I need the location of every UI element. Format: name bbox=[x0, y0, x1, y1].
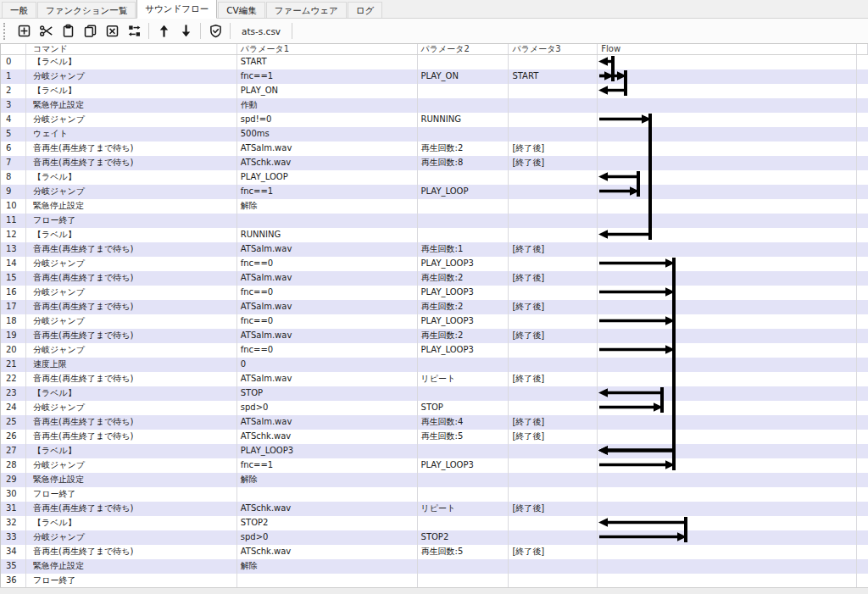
row-number[interactable]: 15 bbox=[1, 271, 26, 286]
row-number[interactable]: 11 bbox=[1, 214, 26, 228]
table-row[interactable]: 4分岐ジャンプspd!=0RUNNING bbox=[1, 113, 868, 127]
row-number[interactable]: 16 bbox=[1, 286, 26, 300]
table-row[interactable]: 7音再生(再生終了まで待ち)ATSchk.wav再生回数:8[終了後] bbox=[1, 156, 868, 170]
table-row[interactable]: 35緊急停止設定解除 bbox=[1, 559, 868, 574]
table-row[interactable]: 25音再生(再生終了まで待ち)ATSalm.wav再生回数:4[終了後] bbox=[1, 415, 868, 430]
tab-4[interactable]: ファームウェア bbox=[266, 2, 347, 18]
table-row[interactable]: 33分岐ジャンプspd>0STOP2 bbox=[1, 530, 868, 545]
table-row[interactable]: 18分岐ジャンプfnc==0PLAY_LOOP3 bbox=[1, 314, 868, 329]
row-number[interactable]: 8 bbox=[1, 170, 26, 185]
table-row[interactable]: 8【ラベル】PLAY_LOOP bbox=[1, 170, 868, 185]
row-number[interactable]: 27 bbox=[1, 444, 26, 458]
row-number[interactable]: 13 bbox=[1, 242, 26, 257]
paste-button[interactable] bbox=[57, 21, 79, 42]
table-row[interactable]: 13音再生(再生終了まで待ち)ATSalm.wav再生回数:1[終了後] bbox=[1, 242, 868, 257]
row-number[interactable]: 29 bbox=[1, 473, 26, 487]
table-row[interactable]: 0【ラベル】START bbox=[1, 55, 868, 69]
row-number[interactable]: 6 bbox=[1, 142, 26, 156]
tab-0[interactable]: 一般 bbox=[2, 2, 36, 18]
table-row[interactable]: 20分岐ジャンプfnc==0PLAY_LOOP3 bbox=[1, 343, 868, 358]
row-number[interactable]: 14 bbox=[1, 257, 26, 271]
table-row[interactable]: 16分岐ジャンプfnc==0PLAY_LOOP3 bbox=[1, 286, 868, 300]
table-row[interactable]: 12【ラベル】RUNNING bbox=[1, 228, 868, 242]
row-number[interactable]: 5 bbox=[1, 127, 26, 142]
row-number[interactable]: 35 bbox=[1, 559, 26, 574]
column-header-param2[interactable]: パラメータ2 bbox=[418, 44, 509, 54]
row-number[interactable]: 22 bbox=[1, 372, 26, 386]
table-row[interactable]: 30フロー終了 bbox=[1, 487, 868, 502]
tab-1[interactable]: ファンクション一覧 bbox=[37, 2, 136, 18]
row-number[interactable]: 12 bbox=[1, 228, 26, 242]
table-row[interactable]: 6音再生(再生終了まで待ち)ATSalm.wav再生回数:2[終了後] bbox=[1, 142, 868, 156]
tab-5[interactable]: ログ bbox=[348, 2, 383, 18]
up-arrow-button[interactable] bbox=[153, 21, 175, 42]
table-row[interactable]: 11フロー終了 bbox=[1, 214, 868, 228]
table-row[interactable]: 19音再生(再生終了まで待ち)ATSalm.wav再生回数:2[終了後] bbox=[1, 329, 868, 343]
table-row[interactable]: 21速度上限0 bbox=[1, 358, 868, 372]
copy-button[interactable] bbox=[79, 21, 101, 42]
row-number[interactable]: 1 bbox=[1, 69, 26, 84]
row-number[interactable]: 30 bbox=[1, 487, 26, 502]
delete-button[interactable] bbox=[101, 21, 123, 42]
table-row[interactable]: 2【ラベル】PLAY_ON bbox=[1, 84, 868, 98]
cell-param3 bbox=[509, 530, 598, 545]
table-row[interactable]: 36フロー終了 bbox=[1, 574, 868, 588]
row-number[interactable]: 10 bbox=[1, 199, 26, 214]
row-number[interactable]: 9 bbox=[1, 185, 26, 199]
table-row[interactable]: 22音再生(再生終了まで待ち)ATSalm.wavリピート[終了後] bbox=[1, 372, 868, 386]
table-row[interactable]: 10緊急停止設定解除 bbox=[1, 199, 868, 214]
shield-check-button[interactable] bbox=[204, 21, 226, 42]
cell-param2 bbox=[418, 98, 509, 113]
table-row[interactable]: 23【ラベル】STOP bbox=[1, 386, 868, 401]
table-row[interactable]: 5ウェイト500ms bbox=[1, 127, 868, 142]
column-header-param1[interactable]: パラメータ1 bbox=[237, 44, 418, 54]
table-row[interactable]: 26音再生(再生終了まで待ち)ATSchk.wav再生回数:5[終了後] bbox=[1, 430, 868, 444]
row-number[interactable]: 36 bbox=[1, 574, 26, 588]
cut-button[interactable] bbox=[35, 21, 57, 42]
table-row[interactable]: 14分岐ジャンプfnc==0PLAY_LOOP3 bbox=[1, 257, 868, 271]
table-row[interactable]: 1分岐ジャンプfnc==1PLAY_ONSTART bbox=[1, 69, 868, 84]
row-number[interactable]: 18 bbox=[1, 314, 26, 329]
row-number[interactable]: 25 bbox=[1, 415, 26, 430]
row-number[interactable]: 24 bbox=[1, 401, 26, 415]
table-row[interactable]: 15音再生(再生終了まで待ち)ATSalm.wav再生回数:2[終了後] bbox=[1, 271, 868, 286]
toolbar-grip[interactable] bbox=[3, 23, 8, 40]
row-number[interactable]: 17 bbox=[1, 300, 26, 314]
table-row[interactable]: 31音再生(再生終了まで待ち)ATSchk.wavリピート[終了後] bbox=[1, 502, 868, 516]
tab-3[interactable]: CV編集 bbox=[218, 2, 265, 18]
row-number[interactable]: 2 bbox=[1, 84, 26, 98]
cell-flow bbox=[598, 516, 857, 530]
table-row[interactable]: 3緊急停止設定作動 bbox=[1, 98, 868, 113]
row-number[interactable]: 31 bbox=[1, 502, 26, 516]
row-number[interactable]: 19 bbox=[1, 329, 26, 343]
tab-2[interactable]: サウンドフロー bbox=[136, 0, 217, 19]
add-button[interactable] bbox=[13, 21, 35, 42]
row-number[interactable]: 32 bbox=[1, 516, 26, 530]
column-header-flow[interactable]: Flow bbox=[598, 44, 857, 54]
table-row[interactable]: 32【ラベル】STOP2 bbox=[1, 516, 868, 530]
row-number[interactable]: 34 bbox=[1, 545, 26, 559]
row-number[interactable]: 0 bbox=[1, 55, 26, 69]
table-row[interactable]: 17音再生(再生終了まで待ち)ATSalm.wav再生回数:2[終了後] bbox=[1, 300, 868, 314]
table-row[interactable]: 9分岐ジャンプfnc==1PLAY_LOOP bbox=[1, 185, 868, 199]
row-number[interactable]: 7 bbox=[1, 156, 26, 170]
table-row[interactable]: 34音再生(再生終了まで待ち)ATSchk.wav再生回数:5[終了後] bbox=[1, 545, 868, 559]
row-number[interactable]: 28 bbox=[1, 458, 26, 473]
row-number[interactable]: 4 bbox=[1, 113, 26, 127]
column-header-param3[interactable]: パラメータ3 bbox=[509, 44, 598, 54]
row-number[interactable]: 3 bbox=[1, 98, 26, 113]
table-row[interactable]: 28分岐ジャンプfnc==1PLAY_LOOP3 bbox=[1, 458, 868, 473]
cell-filler bbox=[857, 257, 868, 271]
column-header-index[interactable] bbox=[1, 44, 26, 54]
row-number[interactable]: 33 bbox=[1, 530, 26, 545]
down-arrow-button[interactable] bbox=[175, 21, 197, 42]
row-number[interactable]: 26 bbox=[1, 430, 26, 444]
table-row[interactable]: 29緊急停止設定解除 bbox=[1, 473, 868, 487]
table-row[interactable]: 24分岐ジャンプspd>0STOP bbox=[1, 401, 868, 415]
row-number[interactable]: 23 bbox=[1, 386, 26, 401]
column-header-command[interactable]: コマンド bbox=[26, 44, 237, 54]
table-row[interactable]: 27【ラベル】PLAY_LOOP3 bbox=[1, 444, 868, 458]
swap-button[interactable] bbox=[123, 21, 145, 42]
row-number[interactable]: 21 bbox=[1, 358, 26, 372]
row-number[interactable]: 20 bbox=[1, 343, 26, 358]
